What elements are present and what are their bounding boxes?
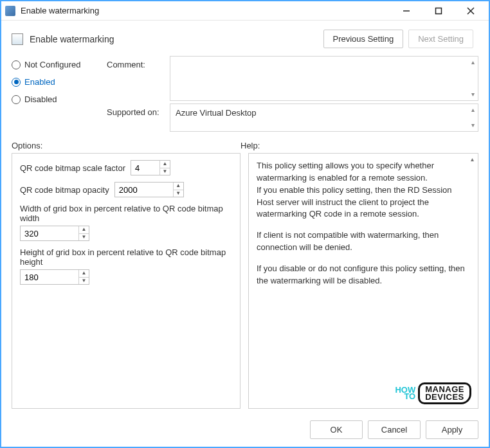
option-width-label: Width of grid box in percent relative to… bbox=[20, 204, 232, 223]
radio-label: Enabled bbox=[24, 77, 55, 87]
minimize-button[interactable] bbox=[396, 3, 417, 19]
radio-icon bbox=[12, 95, 21, 104]
option-width-label-row: Width of grid box in percent relative to… bbox=[20, 204, 232, 223]
help-line: This policy setting allows you to specif… bbox=[257, 161, 434, 183]
help-line: If client is not compatible with waterma… bbox=[257, 229, 465, 254]
radio-enabled[interactable]: Enabled bbox=[12, 77, 102, 87]
next-setting-button[interactable]: Next Setting bbox=[408, 30, 473, 48]
help-line: If you enable this policy setting, then … bbox=[257, 185, 452, 219]
radio-label: Not Configured bbox=[24, 60, 80, 69]
scrollbar[interactable]: ▴ ▾ bbox=[469, 107, 476, 129]
scrollbar[interactable]: ▴ ▾ bbox=[469, 59, 476, 98]
help-line: If you disable or do not configure this … bbox=[257, 263, 465, 287]
policy-icon bbox=[12, 33, 23, 45]
branding-manage-devices: MANAGE DEVICES bbox=[418, 382, 471, 404]
spinner-down-icon: ▼ bbox=[79, 278, 89, 285]
maximize-icon bbox=[435, 7, 442, 15]
radio-label: Disabled bbox=[24, 94, 57, 104]
cancel-button[interactable]: Cancel bbox=[368, 420, 421, 439]
maximize-button[interactable] bbox=[428, 3, 449, 19]
option-scale-input[interactable] bbox=[131, 161, 159, 175]
spinner-arrows[interactable]: ▲▼ bbox=[78, 226, 89, 240]
spinner-down-icon: ▼ bbox=[174, 190, 183, 197]
branding-howto: HOW TO bbox=[395, 387, 415, 400]
ok-button[interactable]: OK bbox=[310, 420, 363, 439]
option-width-spinner[interactable]: ▲▼ bbox=[20, 226, 89, 241]
spinner-arrows[interactable]: ▲▼ bbox=[78, 270, 89, 284]
radio-icon bbox=[12, 60, 21, 69]
scroll-up-icon: ▴ bbox=[467, 156, 476, 163]
scroll-down-icon: ▾ bbox=[469, 91, 476, 98]
spinner-up-icon: ▲ bbox=[79, 270, 89, 278]
scroll-down-icon: ▾ bbox=[469, 122, 476, 129]
options-panel: QR code bitmap scale factor ▲▼ QR code b… bbox=[12, 153, 240, 409]
spinner-up-icon: ▲ bbox=[79, 226, 89, 234]
option-opacity-spinner[interactable]: ▲▼ bbox=[114, 182, 184, 197]
comment-textarea[interactable]: ▴ ▾ bbox=[170, 56, 478, 101]
radio-disabled[interactable]: Disabled bbox=[12, 94, 102, 104]
titlebar: Enable watermarking bbox=[1, 1, 489, 21]
scroll-up-icon: ▴ bbox=[469, 59, 476, 66]
supported-on-box: Azure Virtual Desktop ▴ ▾ bbox=[170, 103, 478, 132]
options-section-label: Options: bbox=[12, 141, 240, 150]
panels: QR code bitmap scale factor ▲▼ QR code b… bbox=[1, 153, 489, 415]
dialog-footer: OK Cancel Apply bbox=[1, 415, 489, 447]
window-title: Enable watermarking bbox=[21, 6, 396, 15]
window-controls bbox=[396, 3, 485, 19]
spinner-arrows[interactable]: ▲▼ bbox=[159, 161, 170, 175]
option-scale-spinner[interactable]: ▲▼ bbox=[131, 160, 170, 175]
supported-on-label: Supported on: bbox=[107, 103, 165, 117]
option-scale-row: QR code bitmap scale factor ▲▼ bbox=[20, 160, 232, 175]
config-area: Not Configured Enabled Disabled Comment:… bbox=[1, 52, 489, 132]
page-title: Enable watermarking bbox=[30, 34, 317, 44]
scroll-up-icon: ▴ bbox=[469, 107, 476, 113]
option-height-label-row: Height of grid box in percent relative t… bbox=[20, 247, 232, 267]
branding-watermark: HOW TO MANAGE DEVICES bbox=[395, 382, 471, 404]
option-width-row: ▲▼ bbox=[20, 226, 232, 241]
option-height-row: ▲▼ bbox=[20, 269, 232, 285]
state-radio-group: Not Configured Enabled Disabled bbox=[12, 56, 102, 104]
dialog-window: Enable watermarking Enable watermarking … bbox=[0, 0, 490, 448]
section-labels: Options: Help: bbox=[1, 132, 489, 153]
option-height-spinner[interactable]: ▲▼ bbox=[20, 269, 89, 285]
svg-rect-1 bbox=[436, 8, 442, 13]
option-width-input[interactable] bbox=[21, 226, 78, 240]
spinner-up-icon: ▲ bbox=[174, 183, 183, 190]
close-button[interactable] bbox=[460, 3, 481, 19]
comment-label: Comment: bbox=[107, 56, 165, 69]
app-icon bbox=[5, 6, 15, 16]
minimize-icon bbox=[403, 7, 410, 15]
previous-setting-button[interactable]: Previous Setting bbox=[323, 30, 404, 48]
header-row: Enable watermarking Previous Setting Nex… bbox=[1, 21, 489, 52]
option-height-label: Height of grid box in percent relative t… bbox=[20, 247, 232, 267]
option-opacity-row: QR code bitmap opacity ▲▼ bbox=[20, 182, 232, 197]
option-opacity-label: QR code bitmap opacity bbox=[20, 185, 109, 195]
option-opacity-input[interactable] bbox=[115, 183, 173, 197]
supported-on-value: Azure Virtual Desktop bbox=[176, 108, 257, 118]
help-text: This policy setting allows you to specif… bbox=[257, 160, 465, 287]
nav-buttons: Previous Setting Next Setting bbox=[323, 30, 474, 48]
help-section-label: Help: bbox=[240, 141, 478, 150]
spinner-arrows[interactable]: ▲▼ bbox=[173, 183, 183, 197]
spinner-down-icon: ▼ bbox=[79, 234, 89, 241]
option-scale-label: QR code bitmap scale factor bbox=[20, 163, 125, 173]
scrollbar[interactable]: ▴ bbox=[467, 156, 476, 406]
option-height-input[interactable] bbox=[21, 270, 78, 284]
radio-not-configured[interactable]: Not Configured bbox=[12, 60, 102, 69]
spinner-up-icon: ▲ bbox=[160, 161, 170, 168]
apply-button[interactable]: Apply bbox=[426, 420, 478, 439]
radio-icon bbox=[12, 78, 21, 87]
help-panel: This policy setting allows you to specif… bbox=[248, 153, 478, 409]
close-icon bbox=[467, 7, 475, 15]
spinner-down-icon: ▼ bbox=[160, 168, 170, 175]
